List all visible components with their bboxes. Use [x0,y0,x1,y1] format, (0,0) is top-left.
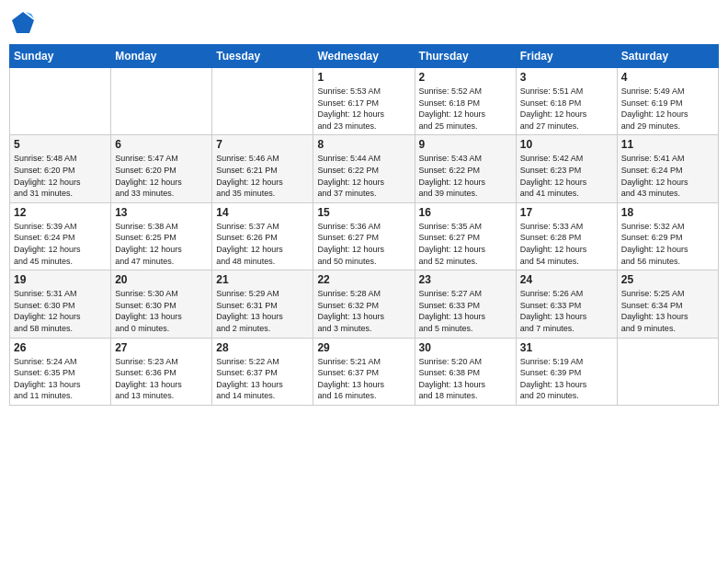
calendar-week-5: 26Sunrise: 5:24 AM Sunset: 6:35 PM Dayli… [10,338,719,405]
day-number: 3 [520,71,613,84]
day-header-sunday: Sunday [10,45,111,68]
logo [9,9,40,37]
calendar-cell: 31Sunrise: 5:19 AM Sunset: 6:39 PM Dayli… [516,338,617,405]
calendar-cell: 5Sunrise: 5:48 AM Sunset: 6:20 PM Daylig… [10,135,111,202]
day-number: 8 [317,138,410,151]
day-number: 4 [621,71,714,84]
calendar-cell [617,338,718,405]
calendar-cell: 27Sunrise: 5:23 AM Sunset: 6:36 PM Dayli… [111,338,212,405]
calendar-week-4: 19Sunrise: 5:31 AM Sunset: 6:30 PM Dayli… [10,270,719,338]
day-content: Sunrise: 5:47 AM Sunset: 6:20 PM Dayligh… [115,153,208,199]
calendar-cell: 25Sunrise: 5:25 AM Sunset: 6:34 PM Dayli… [617,270,718,338]
day-number: 5 [14,138,107,151]
day-content: Sunrise: 5:42 AM Sunset: 6:23 PM Dayligh… [520,153,613,199]
day-content: Sunrise: 5:52 AM Sunset: 6:18 PM Dayligh… [419,86,512,132]
calendar-cell: 9Sunrise: 5:43 AM Sunset: 6:22 PM Daylig… [415,135,516,202]
calendar-cell: 15Sunrise: 5:36 AM Sunset: 6:27 PM Dayli… [313,202,415,270]
calendar-cell: 28Sunrise: 5:22 AM Sunset: 6:37 PM Dayli… [212,338,313,405]
day-header-saturday: Saturday [617,45,718,68]
day-number: 20 [115,273,208,286]
day-content: Sunrise: 5:53 AM Sunset: 6:17 PM Dayligh… [317,86,410,132]
day-number: 13 [115,206,208,219]
day-number: 7 [216,138,309,151]
day-header-tuesday: Tuesday [212,45,313,68]
day-content: Sunrise: 5:44 AM Sunset: 6:22 PM Dayligh… [317,153,410,199]
day-number: 26 [14,341,107,354]
day-number: 27 [115,341,208,354]
calendar-cell: 23Sunrise: 5:27 AM Sunset: 6:33 PM Dayli… [415,270,516,338]
day-content: Sunrise: 5:30 AM Sunset: 6:30 PM Dayligh… [115,288,208,334]
day-number: 9 [419,138,512,151]
calendar-cell [10,68,111,135]
calendar-cell: 19Sunrise: 5:31 AM Sunset: 6:30 PM Dayli… [10,270,111,338]
day-content: Sunrise: 5:25 AM Sunset: 6:34 PM Dayligh… [621,288,714,334]
calendar-cell: 10Sunrise: 5:42 AM Sunset: 6:23 PM Dayli… [516,135,617,202]
day-number: 31 [520,341,613,354]
calendar-week-3: 12Sunrise: 5:39 AM Sunset: 6:24 PM Dayli… [10,202,719,270]
day-number: 24 [520,273,613,286]
day-number: 23 [419,273,512,286]
calendar-cell [111,68,212,135]
calendar-cell: 17Sunrise: 5:33 AM Sunset: 6:28 PM Dayli… [516,202,617,270]
day-number: 16 [419,206,512,219]
day-number: 19 [14,273,107,286]
day-number: 18 [621,206,714,219]
calendar-cell: 3Sunrise: 5:51 AM Sunset: 6:18 PM Daylig… [516,68,617,135]
day-content: Sunrise: 5:49 AM Sunset: 6:19 PM Dayligh… [621,86,714,132]
calendar-cell: 1Sunrise: 5:53 AM Sunset: 6:17 PM Daylig… [313,68,415,135]
calendar-cell: 14Sunrise: 5:37 AM Sunset: 6:26 PM Dayli… [212,202,313,270]
day-number: 17 [520,206,613,219]
day-content: Sunrise: 5:48 AM Sunset: 6:20 PM Dayligh… [14,153,107,199]
calendar-cell: 12Sunrise: 5:39 AM Sunset: 6:24 PM Dayli… [10,202,111,270]
day-content: Sunrise: 5:33 AM Sunset: 6:28 PM Dayligh… [520,221,613,267]
day-content: Sunrise: 5:20 AM Sunset: 6:38 PM Dayligh… [419,356,512,402]
calendar-cell: 18Sunrise: 5:32 AM Sunset: 6:29 PM Dayli… [617,202,718,270]
day-number: 29 [317,341,410,354]
calendar-cell: 22Sunrise: 5:28 AM Sunset: 6:32 PM Dayli… [313,270,415,338]
calendar-header: SundayMondayTuesdayWednesdayThursdayFrid… [10,45,719,68]
day-header-monday: Monday [111,45,212,68]
calendar-cell: 30Sunrise: 5:20 AM Sunset: 6:38 PM Dayli… [415,338,516,405]
day-content: Sunrise: 5:46 AM Sunset: 6:21 PM Dayligh… [216,153,309,199]
calendar-cell: 24Sunrise: 5:26 AM Sunset: 6:33 PM Dayli… [516,270,617,338]
calendar-cell: 8Sunrise: 5:44 AM Sunset: 6:22 PM Daylig… [313,135,415,202]
day-content: Sunrise: 5:36 AM Sunset: 6:27 PM Dayligh… [317,221,410,267]
page-header [9,9,719,37]
calendar-cell: 13Sunrise: 5:38 AM Sunset: 6:25 PM Dayli… [111,202,212,270]
day-content: Sunrise: 5:41 AM Sunset: 6:24 PM Dayligh… [621,153,714,199]
day-number: 12 [14,206,107,219]
day-content: Sunrise: 5:26 AM Sunset: 6:33 PM Dayligh… [520,288,613,334]
calendar-table: SundayMondayTuesdayWednesdayThursdayFrid… [9,44,719,406]
calendar-cell: 6Sunrise: 5:47 AM Sunset: 6:20 PM Daylig… [111,135,212,202]
day-content: Sunrise: 5:24 AM Sunset: 6:35 PM Dayligh… [14,356,107,402]
day-content: Sunrise: 5:23 AM Sunset: 6:36 PM Dayligh… [115,356,208,402]
day-header-wednesday: Wednesday [313,45,415,68]
calendar-cell: 21Sunrise: 5:29 AM Sunset: 6:31 PM Dayli… [212,270,313,338]
calendar-cell: 2Sunrise: 5:52 AM Sunset: 6:18 PM Daylig… [415,68,516,135]
day-content: Sunrise: 5:19 AM Sunset: 6:39 PM Dayligh… [520,356,613,402]
calendar-cell: 4Sunrise: 5:49 AM Sunset: 6:19 PM Daylig… [617,68,718,135]
day-number: 14 [216,206,309,219]
calendar-cell: 29Sunrise: 5:21 AM Sunset: 6:37 PM Dayli… [313,338,415,405]
day-content: Sunrise: 5:43 AM Sunset: 6:22 PM Dayligh… [419,153,512,199]
day-number: 22 [317,273,410,286]
logo-icon [9,9,37,37]
day-content: Sunrise: 5:28 AM Sunset: 6:32 PM Dayligh… [317,288,410,334]
calendar-cell: 26Sunrise: 5:24 AM Sunset: 6:35 PM Dayli… [10,338,111,405]
day-content: Sunrise: 5:39 AM Sunset: 6:24 PM Dayligh… [14,221,107,267]
day-number: 30 [419,341,512,354]
day-content: Sunrise: 5:38 AM Sunset: 6:25 PM Dayligh… [115,221,208,267]
calendar-cell: 7Sunrise: 5:46 AM Sunset: 6:21 PM Daylig… [212,135,313,202]
calendar-week-2: 5Sunrise: 5:48 AM Sunset: 6:20 PM Daylig… [10,135,719,202]
day-number: 21 [216,273,309,286]
day-number: 2 [419,71,512,84]
day-content: Sunrise: 5:35 AM Sunset: 6:27 PM Dayligh… [419,221,512,267]
day-number: 6 [115,138,208,151]
day-content: Sunrise: 5:31 AM Sunset: 6:30 PM Dayligh… [14,288,107,334]
day-content: Sunrise: 5:29 AM Sunset: 6:31 PM Dayligh… [216,288,309,334]
day-content: Sunrise: 5:27 AM Sunset: 6:33 PM Dayligh… [419,288,512,334]
day-content: Sunrise: 5:37 AM Sunset: 6:26 PM Dayligh… [216,221,309,267]
day-content: Sunrise: 5:22 AM Sunset: 6:37 PM Dayligh… [216,356,309,402]
day-number: 28 [216,341,309,354]
day-number: 10 [520,138,613,151]
